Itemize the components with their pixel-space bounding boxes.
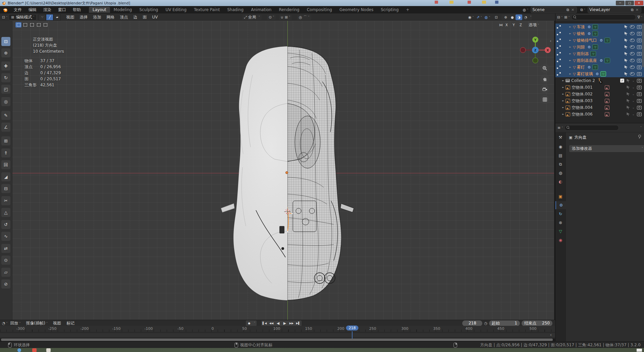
expand-icon[interactable]: ► bbox=[561, 93, 565, 95]
gizmos-toggle[interactable]: ⇗˅ bbox=[477, 15, 482, 19]
outliner-item[interactable]: ►▽镀铬排气口⚙▽ bbox=[555, 37, 644, 44]
options-dropdown[interactable]: 选项˅ bbox=[529, 22, 539, 28]
expand-icon[interactable]: ► bbox=[569, 26, 572, 28]
tab-sculpting[interactable]: Sculpting bbox=[136, 7, 162, 13]
outliner-item[interactable]: ►▽雾灯⚙▽ bbox=[555, 64, 644, 71]
unlink-scene-icon[interactable]: ✕ bbox=[571, 8, 574, 12]
tool-rip-region[interactable]: ⊘ bbox=[1, 279, 10, 289]
tool-edge-slide[interactable]: ⇄ bbox=[1, 244, 10, 253]
eye-closed-icon[interactable]: ⌄ bbox=[632, 92, 635, 96]
menu-timeline-view[interactable]: 视图 bbox=[50, 320, 64, 326]
current-frame-field[interactable]: 218 bbox=[462, 320, 482, 326]
tab-world[interactable]: ◐ bbox=[555, 178, 566, 186]
select-mode-intersect[interactable] bbox=[42, 22, 48, 28]
tool-annotate[interactable]: ✎ bbox=[1, 111, 10, 120]
selectable-icon[interactable] bbox=[625, 72, 628, 76]
menu-edge[interactable]: 边 bbox=[130, 14, 140, 20]
select-mode-invert[interactable] bbox=[36, 22, 42, 28]
snap-dropdown[interactable]: ∪⊞˅ bbox=[279, 14, 292, 20]
play-button[interactable]: ▶ bbox=[281, 320, 288, 326]
menu-uv[interactable]: UV bbox=[149, 15, 160, 19]
navigation-gizmo[interactable]: Y X Z bbox=[518, 31, 555, 64]
tab-modifiers[interactable]: ⚙ bbox=[555, 201, 566, 209]
camera-view-button[interactable] bbox=[540, 85, 549, 94]
shading-wireframe[interactable]: ⊕ bbox=[502, 14, 509, 20]
tab-object-data[interactable]: ▽ bbox=[555, 227, 566, 235]
eye-closed-icon[interactable]: ⌄ bbox=[632, 99, 635, 102]
expand-icon[interactable]: ► bbox=[569, 32, 572, 35]
menu-window[interactable]: 窗口 bbox=[55, 7, 69, 13]
gizmo-axis-x-neg[interactable] bbox=[520, 47, 526, 53]
menu-render[interactable]: 渲染 bbox=[40, 7, 55, 13]
tool-loop-cut[interactable]: ⊟ bbox=[1, 184, 10, 193]
hide-viewport-icon[interactable] bbox=[630, 72, 635, 76]
maximize-button[interactable]: □ bbox=[625, 1, 634, 5]
shading-solid[interactable]: ● bbox=[509, 14, 516, 20]
tool-shear[interactable]: ▱ bbox=[1, 268, 10, 277]
current-frame-pill[interactable]: 218 bbox=[346, 325, 359, 331]
hide-render-icon[interactable] bbox=[637, 52, 642, 56]
mirror-z-button[interactable]: Z bbox=[518, 23, 524, 28]
tool-extrude-region[interactable]: ⇑ bbox=[1, 148, 10, 158]
taskbar-tray-item[interactable] bbox=[637, 349, 642, 352]
tool-rotate[interactable]: ↻ bbox=[1, 73, 10, 82]
hide-render-icon[interactable] bbox=[637, 99, 642, 103]
editor-type-icon[interactable]: ⊡˅ bbox=[2, 15, 7, 19]
tab-render[interactable]: ◉ bbox=[555, 143, 566, 151]
shading-rendered[interactable]: ◔ bbox=[522, 14, 529, 20]
hide-viewport-icon[interactable] bbox=[630, 65, 635, 69]
expand-icon[interactable]: ► bbox=[561, 79, 565, 82]
tool-move[interactable]: ✚ bbox=[1, 61, 10, 71]
outliner-filter-mode-icon[interactable]: ⊟˅ bbox=[557, 15, 562, 19]
outliner-collection[interactable]: ►Collection 25✓⌄ bbox=[555, 77, 644, 84]
tool-poly-build[interactable]: △ bbox=[1, 208, 10, 217]
menu-keying[interactable]: 抠像(插帧)˅ bbox=[23, 320, 50, 326]
visibility-dropdown[interactable]: ◉˅ bbox=[468, 15, 474, 19]
outliner-empty-item[interactable]: ►空物体.001⌄ bbox=[555, 84, 644, 91]
expand-icon[interactable]: ► bbox=[561, 86, 565, 89]
outliner-item[interactable]: ►▽镀铬⚙▽ bbox=[555, 30, 644, 37]
shading-material[interactable]: ◑ bbox=[516, 14, 522, 20]
hide-viewport-icon[interactable] bbox=[630, 32, 635, 35]
close-button[interactable]: ✕ bbox=[635, 1, 643, 5]
hide-render-icon[interactable] bbox=[637, 92, 642, 96]
tab-output[interactable]: ▤ bbox=[555, 151, 566, 160]
view-layer-icon[interactable]: ⧉˅ bbox=[580, 8, 585, 12]
tool-smooth[interactable]: ∿ bbox=[1, 232, 10, 241]
hide-render-icon[interactable] bbox=[637, 32, 642, 36]
expand-icon[interactable]: ► bbox=[569, 52, 572, 55]
hide-viewport-icon[interactable] bbox=[630, 52, 635, 55]
menu-mesh[interactable]: 网格 bbox=[104, 14, 117, 20]
expand-icon[interactable]: ► bbox=[569, 39, 572, 42]
menu-select[interactable]: 选择 bbox=[77, 14, 90, 20]
select-mode-vertex[interactable]: ∵ bbox=[39, 14, 46, 20]
hide-render-icon[interactable] bbox=[637, 45, 642, 49]
mirror-y-button[interactable]: Y bbox=[511, 23, 517, 28]
outliner-empty-item[interactable]: ►空物体.002⌄ bbox=[555, 91, 644, 97]
tab-animation[interactable]: Animation bbox=[247, 7, 275, 13]
select-mode-new[interactable] bbox=[15, 22, 21, 28]
tab-tool[interactable]: ⚒ bbox=[555, 133, 566, 141]
hide-render-icon[interactable] bbox=[637, 72, 642, 76]
selectable-icon[interactable] bbox=[627, 99, 630, 103]
selectable-icon[interactable] bbox=[627, 79, 630, 83]
select-mode-extend[interactable] bbox=[22, 22, 28, 28]
tool-inset-faces[interactable]: 回 bbox=[1, 160, 10, 169]
add-workspace-button[interactable]: + bbox=[402, 7, 413, 13]
orientation-dropdown[interactable]: ⤢ 全局 ˅ bbox=[242, 14, 262, 20]
zoom-button[interactable] bbox=[540, 64, 549, 73]
hide-viewport-icon[interactable] bbox=[630, 25, 635, 29]
expand-icon[interactable]: ► bbox=[561, 113, 565, 116]
outliner-empty-item[interactable]: ►空物体.003⌄ bbox=[555, 97, 644, 104]
outliner-search-input[interactable] bbox=[571, 14, 636, 20]
timeline-collapse-chevron[interactable]: ‹ bbox=[550, 333, 552, 337]
outliner-empty-item[interactable]: ►空物体.004⌄ bbox=[555, 104, 644, 111]
hide-viewport-icon[interactable] bbox=[630, 59, 635, 62]
outliner-filter-icon[interactable]: ∇˅ bbox=[638, 15, 642, 19]
pan-button[interactable] bbox=[540, 74, 549, 83]
pin-icon[interactable] bbox=[638, 135, 641, 139]
mode-dropdown[interactable]: ⊞ 编辑模式 ˅ bbox=[9, 14, 37, 20]
menu-help[interactable]: 帮助 bbox=[69, 7, 84, 13]
tool-select-box[interactable]: ⊡ bbox=[1, 37, 10, 46]
tab-rendering[interactable]: Rendering bbox=[275, 7, 303, 13]
